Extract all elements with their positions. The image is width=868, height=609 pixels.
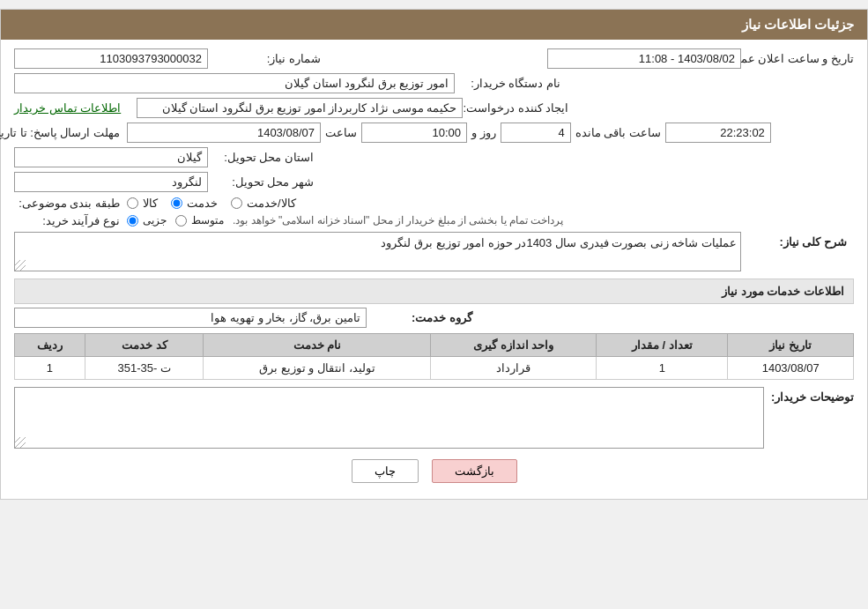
kala-khadamat-radio[interactable] — [231, 197, 242, 209]
creator-label: ایجاد کننده درخواست: — [463, 101, 568, 115]
need-number-group: شماره نیاز: 1103093793000032 — [14, 48, 321, 69]
services-section-label: اطلاعات خدمات مورد نیاز — [722, 285, 844, 298]
process-label: نوع فرآیند خرید: — [14, 214, 120, 227]
cell-service-name: تولید، انتقال و توزیع برق — [204, 357, 431, 380]
cell-quantity: 1 — [597, 357, 728, 380]
city-value: لنگرود — [14, 172, 208, 192]
classification-options: کالا/خدمت خدمت کالا — [127, 197, 296, 210]
announcement-date-label: تاریخ و ساعت اعلان عمومی: — [748, 52, 854, 65]
deadline-label: مهلت ارسال پاسخ: تا تاریخ: — [14, 126, 120, 139]
process-row: پرداخت تمام یا بخشی از مبلغ خریدار از مح… — [14, 214, 854, 227]
cell-row-num: 1 — [15, 357, 85, 380]
general-desc-row: شرح کلی نیاز: عملیات شاخه زنی بصورت فیدر… — [14, 232, 854, 271]
remaining-days-value: 4 — [501, 123, 571, 143]
process-options: پرداخت تمام یا بخشی از مبلغ خریدار از مح… — [127, 214, 563, 227]
announcement-date-group: تاریخ و ساعت اعلان عمومی: 1403/08/02 - 1… — [547, 48, 854, 69]
buyer-notes-label: توضیحات خریدار: — [771, 387, 854, 404]
cell-service-code: ت -35-351 — [85, 357, 204, 380]
city-label: شهر محل تحویل: — [208, 175, 314, 189]
services-section-header: اطلاعات خدمات مورد نیاز — [14, 279, 854, 304]
kala-radio[interactable] — [127, 197, 138, 209]
creator-value: حکیمه موسی نژاد کاربرداز امور توزیع برق … — [137, 98, 463, 118]
announcement-date-value: 1403/08/02 - 11:08 — [547, 48, 741, 69]
remaining-time-value: 22:23:02 — [665, 123, 771, 143]
action-buttons: بازگشت چاپ — [14, 459, 854, 483]
col-service-code: کد خدمت — [85, 334, 204, 357]
need-number-row: تاریخ و ساعت اعلان عمومی: 1403/08/02 - 1… — [14, 48, 854, 69]
service-group-label: گروه خدمت: — [367, 311, 472, 324]
province-label: استان محل تحویل: — [208, 151, 314, 164]
buyer-notes-box — [14, 387, 764, 449]
col-date: تاریخ نیاز — [728, 334, 854, 357]
creator-row: ایجاد کننده درخواست: حکیمه موسی نژاد کار… — [14, 98, 854, 118]
page-title: جزئیات اطلاعات نیاز — [742, 17, 854, 32]
deadline-row: 22:23:02 ساعت باقی مانده 4 روز و 10:00 س… — [14, 123, 854, 143]
print-button[interactable]: چاپ — [352, 459, 419, 483]
khadamat-radio[interactable] — [171, 197, 182, 209]
kala-label: کالا — [143, 197, 158, 210]
remaining-time-group: 22:23:02 ساعت باقی مانده 4 روز و 10:00 س… — [127, 123, 771, 143]
creator-contact-link[interactable]: اطلاعات تماس خریدار — [14, 101, 121, 115]
khadamat-option: خدمت — [171, 197, 218, 210]
page-wrapper: جزئیات اطلاعات نیاز تاریخ و ساعت اعلان ع… — [0, 9, 868, 500]
general-desc-container: عملیات شاخه زنی بصورت فیدری سال 1403در ح… — [14, 232, 741, 271]
remaining-days-label: روز و — [471, 126, 496, 139]
general-desc-value: عملیات شاخه زنی بصورت فیدری سال 1403در ح… — [19, 236, 737, 249]
province-value: گیلان — [14, 147, 208, 167]
jozi-label: جزیی — [143, 214, 167, 227]
jozi-radio[interactable] — [127, 215, 138, 227]
buyer-org-value: امور توزیع برق لنگرود استان گیلان — [14, 73, 455, 93]
response-date-value: 1403/08/07 — [127, 123, 321, 143]
services-table-header: تاریخ نیاز تعداد / مقدار واحد اندازه گیر… — [15, 334, 854, 357]
process-desc-text: پرداخت تمام یا بخشی از مبلغ خریدار از مح… — [233, 214, 563, 227]
city-row: شهر محل تحویل: لنگرود — [14, 172, 854, 192]
need-number-value: 1103093793000032 — [14, 48, 208, 69]
need-number-label: شماره نیاز: — [215, 52, 321, 65]
buyer-org-row: نام دستگاه خریدار: امور توزیع برق لنگرود… — [14, 73, 854, 93]
kala-khadamat-label: کالا/خدمت — [247, 197, 296, 210]
motovaset-label: متوسط — [191, 214, 224, 227]
motovaset-radio[interactable] — [175, 215, 187, 227]
kala-option: کالا — [127, 197, 158, 210]
page-header: جزئیات اطلاعات نیاز — [1, 10, 867, 40]
motovaset-option: متوسط — [175, 214, 224, 227]
remaining-time-label: ساعت باقی مانده — [575, 126, 661, 139]
content-area: تاریخ و ساعت اعلان عمومی: 1403/08/02 - 1… — [1, 40, 867, 499]
cell-date: 1403/08/07 — [728, 357, 854, 380]
khadamat-label: خدمت — [187, 197, 218, 210]
col-unit: واحد اندازه گیری — [431, 334, 597, 357]
services-table: تاریخ نیاز تعداد / مقدار واحد اندازه گیر… — [14, 333, 854, 380]
general-desc-label: شرح کلی نیاز: — [741, 232, 847, 249]
buyer-notes-resize[interactable] — [15, 437, 26, 448]
jozi-option: جزیی — [127, 214, 167, 227]
buyer-notes-section: توضیحات خریدار: — [14, 387, 854, 449]
buyer-org-label: نام دستگاه خریدار: — [455, 77, 560, 90]
response-time-value: 10:00 — [361, 123, 467, 143]
province-row: استان محل تحویل: گیلان — [14, 147, 854, 167]
back-button[interactable]: بازگشت — [432, 459, 517, 483]
response-time-label: ساعت — [325, 126, 357, 139]
col-row-num: ردیف — [15, 334, 85, 357]
buyer-notes-input[interactable] — [15, 388, 763, 445]
service-group-value: تامین برق، گاز، بخار و تهویه هوا — [14, 308, 367, 328]
kala-khadamat-option: کالا/خدمت — [231, 197, 296, 210]
classification-row: کالا/خدمت خدمت کالا طبقه بندی موضوعی: — [14, 197, 854, 210]
services-table-body: 1403/08/07 1 قرارداد تولید، انتقال و توز… — [15, 357, 854, 380]
table-row: 1403/08/07 1 قرارداد تولید، انتقال و توز… — [15, 357, 854, 380]
classification-label: طبقه بندی موضوعی: — [14, 197, 120, 210]
cell-unit: قرارداد — [431, 357, 597, 380]
resize-handle[interactable] — [15, 260, 26, 271]
col-quantity: تعداد / مقدار — [597, 334, 728, 357]
service-group-row: گروه خدمت: تامین برق، گاز، بخار و تهویه … — [14, 308, 854, 328]
col-service-name: نام خدمت — [204, 334, 431, 357]
